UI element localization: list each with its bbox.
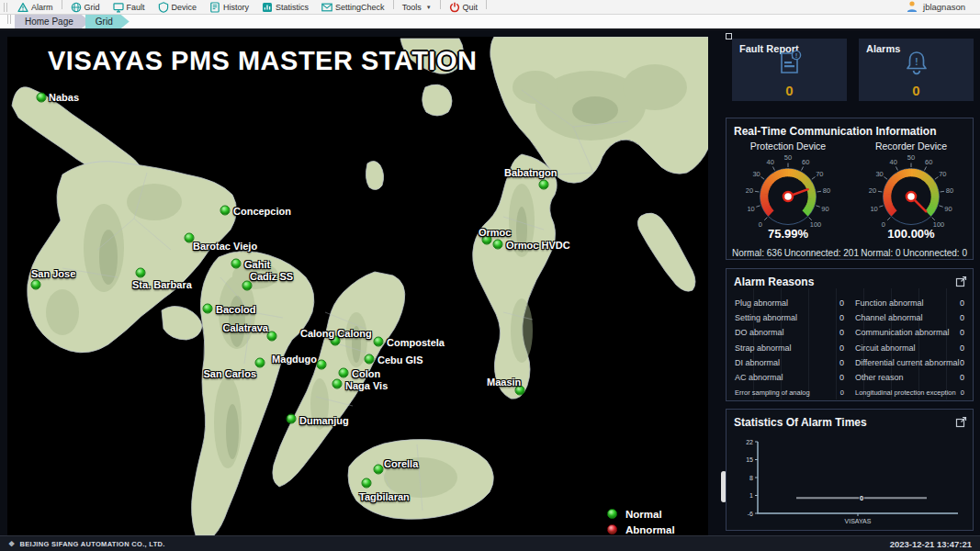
station-marker-corella[interactable]: [374, 465, 384, 475]
station-label: Corella: [384, 458, 418, 469]
user-name: jblagnason: [923, 2, 965, 12]
recorder-device-label: Recorder Device: [850, 141, 973, 152]
alarm-reason-row: Communication abnormal0: [855, 325, 964, 340]
station-marker-san-jose[interactable]: [31, 280, 41, 290]
toolbar-button-grid[interactable]: Grid: [64, 0, 107, 14]
alarm-reason-label: Communication abnormal: [855, 328, 950, 337]
station-label: Dumanjug: [299, 415, 349, 426]
station-label: Naga Vis: [345, 380, 388, 391]
svg-text:8: 8: [749, 475, 753, 481]
station-label: San Jose: [31, 268, 75, 279]
toolbar-button-label: Fault: [127, 3, 145, 12]
alarm-reason-value: 0: [960, 373, 964, 382]
main-toolbar: AlarmGridFaultDeviceHistoryStatisticsSet…: [0, 0, 980, 15]
station-marker-bacolod[interactable]: [203, 304, 213, 314]
station-label: Magdugo: [272, 354, 317, 365]
alarm-reason-row: Longitudinal protection exception0: [855, 385, 964, 399]
svg-text:-6: -6: [748, 511, 753, 517]
station-marker-babatngon[interactable]: [539, 180, 549, 190]
tabs-container: Home PageGrid: [15, 15, 130, 28]
company-name: BEIJING SIFANG AUTOMATION CO., LTD.: [19, 540, 164, 548]
toolbar-button-alarm[interactable]: Alarm: [11, 0, 60, 14]
visayas-map[interactable]: VISAYAS PMS MASTER STATION NabasSan Jose…: [7, 37, 709, 535]
station-label: Tagbilaran: [359, 491, 410, 502]
alarm-reasons-panel: Alarm Reasons Plug abnormal0Setting abno…: [726, 268, 974, 401]
toolbar-separator: [62, 0, 62, 9]
station-label: Cebu GIS: [377, 354, 423, 365]
station-marker-colon[interactable]: [339, 368, 349, 378]
station-marker-concepcion[interactable]: [220, 206, 231, 216]
station-marker-compostela[interactable]: [374, 337, 384, 347]
toolbar-button-label: Statistics: [276, 3, 309, 12]
fault-report-icon: !: [776, 49, 804, 82]
toolbar-button-label: Tools: [402, 3, 422, 12]
alarm-reason-label: Setting abnormal: [735, 313, 797, 322]
alarm-reason-value: 0: [960, 358, 964, 367]
user-menu[interactable]: jblagnason: [906, 0, 980, 15]
svg-text:90: 90: [944, 205, 952, 213]
alarm-reason-row: DI abnormal0: [735, 355, 844, 370]
station-marker-nabas[interactable]: [37, 93, 47, 103]
station-label: Maasin: [487, 377, 521, 388]
protection-device-gauge: Protection Device 0102030405060708090100…: [727, 140, 850, 241]
svg-text:10: 10: [870, 205, 877, 213]
station-marker-dumanjug[interactable]: [287, 414, 297, 424]
station-label: Ormoc HVDC: [506, 240, 570, 251]
station-marker-magdugo[interactable]: [317, 360, 327, 370]
tab-home-page[interactable]: Home Page: [15, 15, 90, 28]
comm-stat: Unconnected: 201: [784, 248, 859, 258]
clock-timestamp: 2023-12-21 13:47:21: [890, 539, 972, 549]
toolbar-button-quit[interactable]: Quit: [443, 0, 485, 14]
station-marker-san-carlos[interactable]: [255, 358, 265, 368]
alarm-reason-value: 0: [839, 298, 844, 308]
realtime-comm-title: Real-Time Communication Information: [727, 118, 973, 138]
station-marker-ormoc-hvdc[interactable]: [493, 240, 503, 250]
station-marker-cebu-gis[interactable]: [365, 354, 375, 365]
quit-power-icon: [449, 2, 460, 13]
station-label: Compostela: [387, 337, 445, 348]
svg-text:0: 0: [759, 220, 762, 229]
svg-text:40: 40: [890, 158, 897, 166]
station-label: Gahit: [244, 259, 270, 270]
toolbar-button-label: History: [223, 3, 249, 12]
svg-text:0: 0: [860, 494, 863, 502]
station-marker-gahit[interactable]: [231, 259, 242, 269]
svg-text:60: 60: [925, 158, 932, 166]
svg-text:90: 90: [821, 205, 828, 213]
island-small-cebu-north: [366, 161, 383, 189]
alarm-statistics-expand-icon[interactable]: [955, 415, 967, 432]
toolbar-button-device[interactable]: Device: [152, 0, 204, 14]
toolbar-button-history[interactable]: History: [203, 0, 255, 14]
tab-grid[interactable]: Grid: [85, 15, 130, 28]
alarm-reasons-left-column: Plug abnormal0Setting abnormal0DO abnorm…: [735, 296, 844, 399]
svg-text:15: 15: [746, 456, 753, 463]
svg-text:60: 60: [802, 158, 809, 166]
alarm-reason-value: 0: [839, 313, 844, 322]
toolbar-button-statistics[interactable]: Statistics: [255, 0, 315, 14]
realtime-comm-panel: Real-Time Communication Information Prot…: [726, 118, 974, 260]
station-label: Colon: [352, 368, 380, 379]
comm-stats-row: Normal: 636Unconnected: 201Normal: 0Unco…: [727, 241, 973, 258]
station-marker-cadiz-ss[interactable]: [242, 281, 253, 291]
panel-collapse-icon[interactable]: [726, 33, 732, 39]
legend-normal-dot: [607, 509, 617, 519]
legend-label: Normal: [625, 509, 662, 520]
toolbar-button-tools[interactable]: Tools▼: [396, 0, 438, 14]
station-label: Nabas: [49, 92, 79, 103]
pms-master-station-screen: AlarmGridFaultDeviceHistoryStatisticsSet…: [0, 0, 980, 551]
alarm-reasons-expand-icon[interactable]: [955, 275, 967, 291]
station-marker-naga-vis[interactable]: [332, 379, 343, 389]
station-marker-tagbilaran[interactable]: [362, 478, 372, 489]
station-marker-sta-barbara[interactable]: [136, 268, 146, 278]
alarms-card[interactable]: Alarms ! 0: [859, 39, 974, 101]
toolbar-button-settingcheck[interactable]: SettingCheck: [315, 0, 391, 14]
fault-report-card[interactable]: Fault Report ! 0: [732, 39, 847, 101]
tabbar-grip: [7, 15, 11, 24]
alarm-reasons-right-column: Function abnormal0Channel abnormal0Commu…: [855, 296, 964, 399]
svg-text:!: !: [794, 51, 797, 60]
toolbar-button-fault[interactable]: Fault: [107, 0, 152, 14]
svg-text:VISAYAS: VISAYAS: [845, 518, 872, 524]
settingcheck-icon: [321, 2, 332, 13]
right-panel: Fault Report ! 0 Alarms ! 0 Real-Time Co…: [708, 30, 980, 535]
legend-item-normal: Normal: [607, 506, 675, 522]
